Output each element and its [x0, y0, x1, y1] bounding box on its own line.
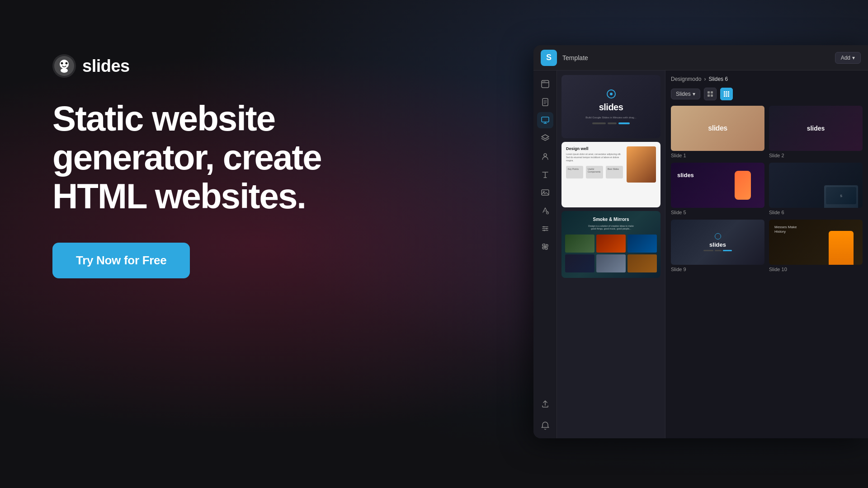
app-body: slides Build Google Slides in Minutes wi… — [533, 70, 868, 438]
slide-9-thumb: slides — [671, 220, 764, 265]
puzzle-icon[interactable] — [537, 239, 553, 255]
tmpl3-grid — [565, 235, 657, 272]
center-templates-panel: slides Build Google Slides in Minutes wi… — [557, 70, 665, 438]
slides-logo-icon — [52, 54, 76, 78]
svg-point-16 — [546, 228, 547, 230]
fill-icon[interactable] — [537, 202, 553, 219]
svg-point-5 — [66, 62, 68, 65]
breadcrumb: Designmodo › Slides 6 — [671, 76, 863, 82]
logo-row: slides — [52, 54, 346, 78]
slide-item-10[interactable]: Messes MakeHistory Slide 10 — [769, 220, 863, 272]
add-button[interactable]: Add ▾ — [835, 52, 861, 64]
monitor-icon[interactable] — [537, 112, 553, 128]
slide-9-label: Slide 9 — [671, 267, 764, 272]
app-header: S Template Add ▾ — [533, 45, 868, 70]
view-controls: Slides ▾ — [671, 88, 863, 100]
tmpl-tagline: Build Google Slides in Minutes with drag… — [585, 116, 636, 119]
svg-rect-6 — [542, 80, 549, 88]
svg-rect-25 — [724, 94, 725, 95]
hero-headline: Static website generator, create HTML we… — [52, 99, 346, 216]
app-mockup: S Template Add ▾ — [533, 45, 868, 438]
cta-button[interactable]: Try Now for Free — [52, 243, 190, 278]
notification-icon[interactable] — [537, 418, 553, 434]
slides-grid: slides Slide 1 slides Slide 2 — [671, 106, 863, 272]
tmpl2-image — [627, 146, 656, 183]
slide-10-thumb: Messes MakeHistory — [769, 220, 863, 265]
app-header-title: Template — [562, 54, 835, 61]
slide-5-thumb: slides — [671, 163, 764, 208]
svg-point-4 — [61, 62, 63, 65]
svg-rect-22 — [724, 91, 725, 93]
tmpl3-title: Smoke & Mirrors — [593, 217, 629, 222]
breadcrumb-current: Slides 6 — [708, 76, 728, 82]
slide-item-9[interactable]: slides Slide 9 — [671, 220, 764, 272]
sidebar-icons — [533, 70, 557, 438]
filter-icon[interactable] — [537, 221, 553, 237]
template-dark-slides[interactable]: slides Build Google Slides in Minutes wi… — [561, 75, 660, 138]
svg-rect-12 — [542, 190, 549, 195]
slide-item-5[interactable]: slides Slide 5 — [671, 163, 764, 215]
hero-section: slides Static website generator, create … — [52, 54, 346, 278]
slide-item-1[interactable]: slides Slide 1 — [671, 106, 764, 158]
slide-5-label: Slide 5 — [671, 210, 764, 215]
svg-point-17 — [543, 230, 545, 231]
page-icon[interactable] — [537, 94, 553, 110]
right-slides-panel: Designmodo › Slides 6 Slides ▾ — [665, 70, 868, 438]
slides-dropdown[interactable]: Slides ▾ — [671, 89, 700, 99]
breadcrumb-parent: Designmodo — [671, 76, 701, 82]
slide-item-2[interactable]: slides Slide 2 — [769, 106, 863, 158]
svg-rect-26 — [726, 94, 727, 95]
svg-point-3 — [61, 68, 68, 73]
svg-rect-10 — [542, 117, 549, 122]
tmpl2-left: Design well Lorem ipsum dolor sit amet, … — [566, 146, 623, 203]
svg-rect-28 — [724, 95, 725, 97]
tmpl-logo: slides — [599, 102, 623, 113]
slide-6-thumb: S — [769, 163, 863, 208]
image-icon[interactable] — [537, 184, 553, 201]
slide-2-thumb: slides — [769, 106, 863, 151]
svg-rect-30 — [728, 95, 729, 97]
svg-point-11 — [544, 154, 547, 156]
slide-6-label: Slide 6 — [769, 210, 863, 215]
tmpl2-bottom: Key Points Useful Components Best Slides — [566, 166, 623, 178]
svg-rect-20 — [708, 94, 710, 97]
slide-1-label: Slide 1 — [671, 153, 764, 158]
breadcrumb-separator: › — [704, 76, 706, 82]
text-icon[interactable] — [537, 166, 553, 183]
tmpl3-subtitle: Design is a solution of creative ideas t… — [588, 225, 633, 230]
svg-rect-24 — [728, 91, 729, 93]
app-logo: S — [541, 50, 557, 66]
svg-point-2 — [60, 60, 69, 69]
template-design-well[interactable]: Design well Lorem ipsum dolor sit amet, … — [561, 142, 660, 207]
slide-10-label: Slide 10 — [769, 267, 863, 272]
slide-item-6[interactable]: S Slide 6 — [769, 163, 863, 215]
list-view-button[interactable] — [704, 88, 717, 100]
grid-view-button[interactable] — [720, 88, 733, 100]
layers-icon[interactable] — [537, 130, 553, 146]
svg-point-8 — [544, 81, 545, 82]
svg-rect-29 — [726, 95, 727, 97]
svg-point-15 — [543, 226, 544, 228]
tmpl2-title: Design well — [566, 146, 623, 151]
tmpl-dot — [607, 89, 616, 99]
svg-rect-19 — [711, 91, 713, 94]
svg-rect-21 — [711, 94, 713, 97]
share-icon[interactable] — [537, 148, 553, 164]
tmpl-bars — [592, 122, 630, 124]
logo-text: slides — [82, 56, 130, 76]
tmpl2-text: Lorem ipsum dolor sit amet, consectetur … — [566, 153, 623, 162]
slide-2-label: Slide 2 — [769, 153, 863, 158]
storage-icon[interactable] — [537, 76, 553, 92]
template-smoke-mirrors[interactable]: Smoke & Mirrors Design is a solution of … — [561, 211, 660, 278]
slide-1-thumb: slides — [671, 106, 764, 151]
export-icon[interactable] — [537, 396, 553, 412]
svg-point-7 — [542, 81, 543, 82]
svg-rect-27 — [728, 94, 729, 95]
svg-rect-23 — [726, 91, 727, 93]
svg-rect-18 — [708, 91, 710, 94]
